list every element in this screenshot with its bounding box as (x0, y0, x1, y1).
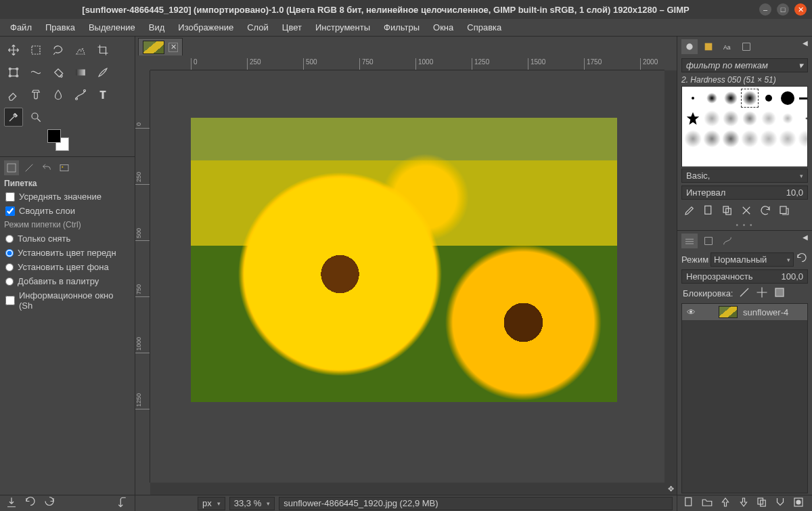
blend-mode-select[interactable]: Нормальный (710, 252, 794, 267)
images-tab[interactable] (57, 160, 72, 175)
h-ruler[interactable]: 0 250 500 750 1000 1250 1500 1750 2000 (150, 55, 664, 70)
new-brush-icon[interactable] (702, 204, 715, 217)
menu-file[interactable]: Файл (4, 20, 38, 35)
unit-select[interactable]: px (198, 497, 225, 510)
rect-select-tool[interactable] (26, 41, 45, 60)
menu-layer[interactable]: Слой (241, 20, 275, 35)
text-tool[interactable] (93, 85, 112, 104)
nav-icon[interactable]: ✥ (664, 483, 677, 495)
file-tab[interactable]: ✕ (138, 38, 183, 55)
crop-tool[interactable] (93, 41, 112, 60)
opt-merge[interactable]: Сводить слои (0, 204, 135, 218)
bucket-tool[interactable] (49, 63, 68, 82)
opt-set-bg[interactable]: Установить цвет фона (0, 260, 135, 274)
edit-brush-icon[interactable] (683, 204, 696, 217)
layer-name[interactable]: sunflower-4 (743, 307, 788, 317)
lower-icon[interactable] (738, 496, 750, 510)
path-tool[interactable] (71, 85, 90, 104)
mask-icon[interactable] (792, 496, 805, 510)
opt-info-window[interactable]: Информационное окно (Sh (0, 288, 135, 313)
restore-icon[interactable] (24, 496, 37, 510)
smudge-tool[interactable] (49, 85, 68, 104)
patterns-tab[interactable] (700, 39, 717, 54)
menu-windows[interactable]: Окна (427, 20, 459, 35)
brushes-tabs: Aa ◀ (677, 37, 812, 57)
zoom-tool[interactable] (26, 108, 45, 127)
v-scrollbar[interactable] (664, 70, 677, 483)
gradient-tool[interactable] (71, 63, 90, 82)
h-scrollbar[interactable] (150, 483, 664, 495)
history-tab[interactable] (738, 39, 754, 54)
paths-tab[interactable] (719, 234, 736, 248)
undo-tab[interactable] (39, 160, 54, 175)
maximize-button[interactable]: □ (777, 3, 789, 16)
viewport[interactable] (150, 70, 664, 483)
opt-set-fg[interactable]: Установить цвет передн (0, 246, 135, 260)
eraser-tool[interactable] (4, 85, 23, 104)
opt-palette[interactable]: Добавить в палитру (0, 274, 135, 288)
brush-spacing[interactable]: Интервал10,0 (681, 185, 808, 200)
save-preset-icon[interactable] (5, 496, 18, 510)
fg-bg-colors[interactable] (0, 128, 135, 155)
drag-handle-icon[interactable]: • • • (677, 220, 812, 230)
v-ruler[interactable]: 0 250 500 750 1000 1250 (135, 70, 150, 483)
merge-icon[interactable] (774, 496, 786, 510)
lock-position-icon[interactable] (756, 286, 768, 301)
opt-pick[interactable]: Только снять (0, 231, 135, 246)
panel-menu-icon[interactable]: ◀ (803, 39, 808, 54)
layers-tab[interactable] (681, 234, 698, 248)
menu-view[interactable]: Вид (143, 20, 171, 35)
device-tab[interactable] (22, 160, 37, 175)
transform-tool[interactable] (4, 63, 23, 82)
brush-tool[interactable] (93, 63, 112, 82)
left-panel: Пипетка Усреднять значение Сводить слои … (0, 37, 135, 511)
zoom-select[interactable]: 33,3 % (229, 497, 275, 510)
right-panel: Aa ◀ фильтр по меткам▾ 2. Hardness 050 (… (677, 37, 812, 511)
del-brush-icon[interactable] (740, 204, 753, 217)
brush-grid[interactable] (681, 86, 808, 167)
panel-menu2-icon[interactable]: ◀ (803, 234, 808, 248)
tab-close-icon[interactable]: ✕ (168, 43, 178, 52)
layers-list[interactable]: 👁 sunflower-4 (681, 303, 808, 493)
reset-icon[interactable] (117, 496, 129, 510)
dup-layer-icon[interactable] (756, 496, 768, 510)
channels-tab[interactable] (700, 234, 717, 248)
minimize-button[interactable]: – (759, 3, 771, 16)
svg-rect-1 (10, 69, 18, 76)
canvas[interactable] (191, 118, 617, 402)
menu-help[interactable]: Справка (461, 20, 508, 35)
close-button[interactable]: ✕ (794, 3, 807, 16)
group-icon[interactable] (701, 496, 713, 510)
clone-tool[interactable] (26, 85, 45, 104)
fonts-tab[interactable]: Aa (719, 39, 736, 54)
tool-options-tab[interactable] (4, 160, 19, 175)
color-picker-tool[interactable] (4, 108, 23, 127)
dup-brush-icon[interactable] (721, 204, 734, 217)
menu-image[interactable]: Изображение (172, 20, 240, 35)
menu-edit[interactable]: Правка (39, 20, 81, 35)
menu-tools[interactable]: Инструменты (309, 20, 376, 35)
open-brush-icon[interactable] (777, 204, 791, 217)
visibility-icon[interactable]: 👁 (685, 307, 697, 317)
menu-color[interactable]: Цвет (276, 20, 308, 35)
raise-icon[interactable] (719, 496, 731, 510)
lock-alpha-icon[interactable] (773, 286, 786, 301)
layer-row[interactable]: 👁 sunflower-4 (682, 304, 807, 320)
brush-filter[interactable]: фильтр по меткам▾ (681, 58, 808, 72)
refresh-brush-icon[interactable] (759, 204, 772, 217)
move-tool[interactable] (4, 41, 23, 60)
brush-preset-select[interactable]: Basic, (681, 169, 808, 183)
opt-average[interactable]: Усреднять значение (0, 190, 135, 204)
new-layer-icon[interactable] (683, 496, 695, 510)
mode-reset-icon[interactable] (796, 252, 808, 267)
fuzzy-select-tool[interactable] (71, 41, 90, 60)
fg-color[interactable] (47, 129, 61, 143)
warp-tool[interactable] (26, 63, 45, 82)
menu-filters[interactable]: Фильтры (378, 20, 426, 35)
brushes-tab[interactable] (681, 39, 698, 54)
opacity-slider[interactable]: Непрозрачность100,0 (681, 269, 808, 284)
delete-icon[interactable] (43, 496, 55, 510)
lasso-tool[interactable] (49, 41, 68, 60)
menu-select[interactable]: Выделение (83, 20, 141, 35)
lock-pixels-icon[interactable] (738, 286, 750, 301)
